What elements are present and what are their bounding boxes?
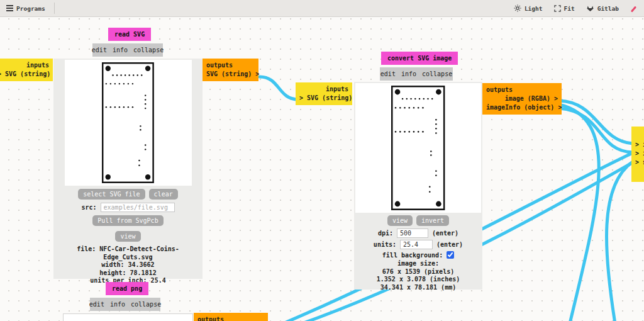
input-port[interactable]: > s <box>635 158 644 167</box>
node-read-png-title[interactable]: read png <box>106 282 148 295</box>
invert-button[interactable]: invert <box>416 215 449 226</box>
node-convert-actions: edit info collapse <box>380 67 453 81</box>
svg-preview <box>65 60 192 186</box>
image-size-heading: image size: <box>354 260 482 268</box>
src-input[interactable] <box>101 203 175 212</box>
node-convert-svg-image: view invert dpi: (enter) units: (enter) … <box>354 82 482 290</box>
width-info: width: 34.3662 <box>53 261 203 269</box>
node-read-svg: select SVG file clear src: Pull from Svg… <box>53 59 203 279</box>
node-read-svg-actions: edit info collapse <box>92 43 163 57</box>
programs-label: Programs <box>16 5 45 12</box>
info-action[interactable]: info <box>113 47 128 54</box>
pcb-board-drawing <box>391 86 445 210</box>
edit-action[interactable]: edit <box>89 301 104 308</box>
file-info: file: NFC-Car-Detect-Coins-Edge_Cuts.svg <box>53 245 203 261</box>
src-label: src: <box>81 204 96 211</box>
clear-button[interactable]: clear <box>149 189 178 200</box>
fit-view-button[interactable]: Fit <box>554 5 575 12</box>
size-mm: 34.341 x 78.181 (mm) <box>354 284 482 292</box>
node-right-inputs: > i > i > s <box>631 127 644 182</box>
outputs-label: outputs <box>197 315 264 321</box>
hamburger-icon <box>6 5 13 11</box>
output-port-svg-string[interactable]: SVG (string) > <box>206 70 255 79</box>
input-port-svg-string[interactable]: > SVG (string) <box>0 70 49 79</box>
size-inches: 1.352 x 3.078 (inches) <box>354 276 482 284</box>
collapse-action[interactable]: collapse <box>422 70 452 77</box>
edit-action[interactable]: edit <box>92 47 107 54</box>
fill-background-checkbox[interactable] <box>447 251 454 259</box>
node-read-png-outputs: outputs <box>194 313 268 321</box>
input-port-svg-string[interactable]: > SVG (string) <box>299 94 348 103</box>
node-convert-outputs: outputs image (RGBA) > imageInfo (object… <box>482 83 562 115</box>
size-pixels: 676 x 1539 (pixels) <box>354 268 482 276</box>
fit-label: Fit <box>564 5 575 12</box>
info-action[interactable]: info <box>110 301 125 308</box>
select-svg-file-button[interactable]: select SVG file <box>78 189 145 200</box>
output-port-image[interactable]: image (RGBA) > <box>486 94 558 103</box>
info-action[interactable]: info <box>401 70 416 77</box>
node-read-png-actions: edit info collapse <box>90 298 160 311</box>
inputs-label: inputs <box>299 85 348 94</box>
collapse-action[interactable]: collapse <box>133 47 164 54</box>
node-read-svg-outputs: outputs SVG (string) > <box>203 59 258 81</box>
dpi-label: dpi: <box>378 230 393 237</box>
pcb-board-drawing <box>102 62 154 183</box>
fill-background-label: fill background: <box>382 252 443 259</box>
outputs-label: outputs <box>486 86 558 94</box>
node-read-svg-inputs: inputs > SVG (string) <box>0 59 53 81</box>
dpi-enter-hint: (enter) <box>432 230 458 237</box>
theme-label: Light <box>525 5 543 12</box>
dpi-input[interactable] <box>397 228 428 238</box>
output-port-imageinfo[interactable]: imageInfo (object) > <box>486 103 558 112</box>
image-preview <box>355 83 481 213</box>
top-toolbar: Programs Light <box>0 0 644 17</box>
collapse-action[interactable]: collapse <box>131 301 161 308</box>
theme-toggle-button[interactable]: Light <box>514 4 543 12</box>
node-read-png <box>63 313 193 321</box>
gitlab-link-button[interactable]: Gitlab <box>586 4 619 12</box>
gitlab-label: Gitlab <box>597 5 619 12</box>
node-read-svg-title[interactable]: read SVG <box>108 28 151 41</box>
view-button[interactable]: view <box>115 231 140 242</box>
height-info: height: 78.1812 <box>53 269 203 278</box>
inputs-label: inputs <box>0 61 49 70</box>
gitlab-icon <box>586 4 594 12</box>
programs-menu-button[interactable]: Programs <box>6 5 45 12</box>
input-port[interactable]: > i <box>635 140 644 149</box>
edit-action[interactable]: edit <box>380 70 396 77</box>
pull-from-svgpcb-button[interactable]: Pull from SvgPcb <box>92 215 163 226</box>
toolbar-divider <box>54 3 55 14</box>
sun-icon <box>514 4 521 12</box>
units-input[interactable] <box>400 240 433 249</box>
node-convert-title[interactable]: convert SVG image <box>381 52 458 65</box>
node-convert-inputs: inputs > SVG (string) <box>296 82 352 105</box>
input-port[interactable]: > i <box>635 149 644 158</box>
connection-status-icon[interactable] <box>630 4 638 13</box>
outputs-label: outputs <box>206 61 255 70</box>
fit-icon <box>554 5 561 12</box>
view-button[interactable]: view <box>387 215 413 226</box>
units-enter-hint: (enter) <box>436 241 463 248</box>
node-editor-app: Programs Light <box>0 0 644 321</box>
units-label: units: <box>374 241 396 248</box>
